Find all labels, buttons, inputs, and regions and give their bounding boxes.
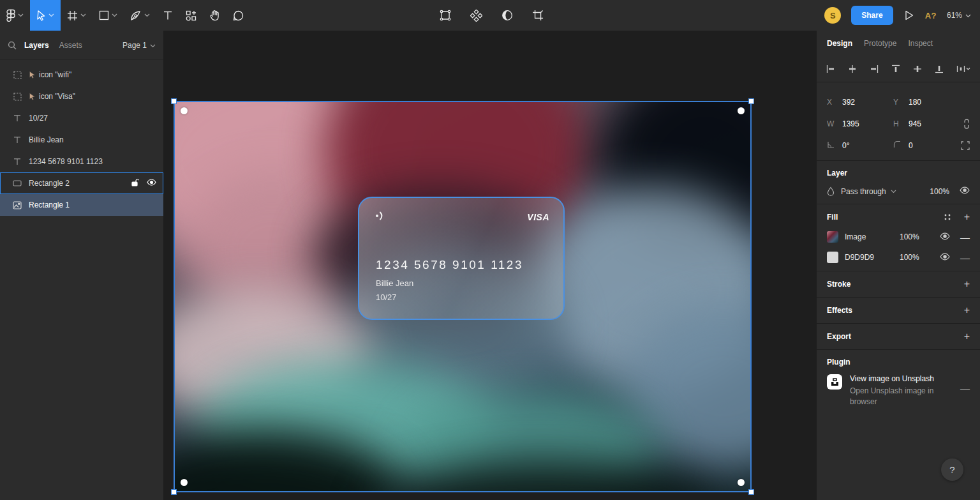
align-top-icon[interactable] <box>891 64 901 74</box>
layer-row-billie-jean[interactable]: Billie Jean <box>0 129 163 151</box>
layer-row-rectangle-2[interactable]: Rectangle 2 <box>0 172 163 194</box>
export-section-title: Export <box>827 332 851 341</box>
resources-button[interactable] <box>179 0 203 31</box>
add-export-button[interactable]: + <box>964 331 970 342</box>
x-field[interactable]: X 392 <box>827 98 893 107</box>
chevron-down-icon <box>144 13 150 17</box>
avatar[interactable]: S <box>824 7 841 24</box>
layer-row-icon-visa[interactable]: icon "Visa" <box>0 86 163 107</box>
edit-object-button[interactable] <box>437 0 454 31</box>
fill-opacity-value[interactable]: 100% <box>900 232 933 241</box>
play-icon <box>905 10 914 20</box>
card-holder-text[interactable]: Billie Jean <box>376 278 413 288</box>
missing-font-badge[interactable]: A? <box>925 11 937 20</box>
corner-radius-field[interactable]: 0 <box>893 140 960 151</box>
move-tool-icon <box>36 10 46 21</box>
unsplash-plugin-row[interactable]: View image on Unsplash Open Unsplash ima… <box>827 374 970 407</box>
main-menu-button[interactable] <box>0 0 30 31</box>
tab-inspect[interactable]: Inspect <box>908 39 933 48</box>
zoom-menu[interactable]: 61% <box>947 11 971 20</box>
layer-name: icon "Visa" <box>39 92 75 101</box>
fill-row-image[interactable]: Image 100% — <box>827 231 970 243</box>
crop-button[interactable] <box>530 0 546 31</box>
shape-tool-button[interactable] <box>93 0 124 31</box>
share-button[interactable]: Share <box>851 6 893 25</box>
card-number-text[interactable]: 1234 5678 9101 1123 <box>376 258 523 272</box>
remove-fill-icon[interactable]: — <box>960 232 970 243</box>
fill-opacity-value[interactable]: 100% <box>900 253 933 262</box>
eye-icon[interactable] <box>960 186 970 196</box>
layer-row-1027[interactable]: 10/27 <box>0 107 163 129</box>
chevron-down-icon <box>965 11 971 20</box>
text-layer-icon <box>12 158 22 165</box>
tab-design[interactable]: Design <box>827 39 852 48</box>
comment-icon <box>233 10 244 21</box>
color-fill-swatch[interactable] <box>827 252 838 263</box>
image-fill-thumbnail[interactable] <box>827 231 838 243</box>
remove-plugin-icon[interactable]: — <box>960 383 970 407</box>
card-expiry-text[interactable]: 10/27 <box>376 292 397 302</box>
independent-corners-icon[interactable] <box>961 141 970 150</box>
comment-tool-button[interactable] <box>226 0 250 31</box>
w-label: W <box>827 119 835 128</box>
plugin-action-label[interactable]: View image on Unsplash <box>850 374 951 383</box>
width-field[interactable]: W 1395 <box>827 119 893 128</box>
fill-row-color[interactable]: D9D9D9 100% — <box>827 252 970 263</box>
height-field[interactable]: H 945 <box>893 119 960 128</box>
shape-tool-icon <box>99 10 109 20</box>
eye-icon[interactable] <box>147 179 156 188</box>
align-bottom-icon[interactable] <box>934 64 944 74</box>
tab-layers[interactable]: Layers <box>24 41 49 50</box>
inspector-tabs: Design Prototype Inspect <box>817 31 980 56</box>
fill-styles-icon[interactable] <box>944 213 951 221</box>
layer-row-card-number[interactable]: 1234 5678 9101 1123 <box>0 151 163 172</box>
inspector-panel: Design Prototype Inspect X <box>817 31 980 500</box>
distribute-icon[interactable] <box>956 64 971 74</box>
move-tool-button[interactable] <box>30 0 61 31</box>
credit-card-rectangle-2[interactable]: VISA 1234 5678 9101 1123 Billie Jean 10/… <box>358 197 565 320</box>
layer-name: Rectangle 1 <box>29 201 70 209</box>
eye-icon[interactable] <box>940 232 950 242</box>
layers-panel-header: Layers Assets Page 1 <box>0 31 163 60</box>
layer-name: 1234 5678 9101 1123 <box>29 157 103 166</box>
plugin-section-title: Plugin <box>827 358 850 367</box>
hand-tool-button[interactable] <box>203 0 226 31</box>
add-fill-button[interactable]: + <box>964 212 970 222</box>
align-left-icon[interactable] <box>826 64 836 74</box>
tab-assets[interactable]: Assets <box>59 41 82 50</box>
pen-tool-button[interactable] <box>124 0 156 31</box>
rectangle-layer-icon <box>12 180 22 186</box>
blend-mode-select[interactable]: Pass through <box>841 187 896 196</box>
constrain-proportions-icon[interactable] <box>963 119 970 129</box>
remove-fill-icon[interactable]: — <box>960 252 970 263</box>
tab-prototype[interactable]: Prototype <box>864 39 896 48</box>
help-button[interactable]: ? <box>941 458 963 481</box>
fill-hex-label[interactable]: D9D9D9 <box>845 253 900 262</box>
add-effect-button[interactable]: + <box>964 305 970 315</box>
text-tool-button[interactable] <box>156 0 179 31</box>
layer-list: icon "wifi" icon "Visa" 10/27 Billie Jea… <box>0 60 163 216</box>
create-component-button[interactable] <box>468 0 485 31</box>
align-v-center-icon[interactable] <box>912 64 923 74</box>
align-right-icon[interactable] <box>869 64 879 74</box>
rotation-icon <box>827 140 835 151</box>
search-icon[interactable] <box>8 41 17 50</box>
align-h-center-icon[interactable] <box>847 64 858 74</box>
layer-opacity-field[interactable]: 100% <box>930 187 949 196</box>
mask-icon <box>501 10 513 21</box>
y-field[interactable]: Y 180 <box>893 98 960 107</box>
mask-button[interactable] <box>499 0 516 31</box>
canvas[interactable]: VISA 1234 5678 9101 1123 Billie Jean 10/… <box>163 31 817 500</box>
layer-row-icon-wifi[interactable]: icon "wifi" <box>0 64 163 86</box>
unlock-icon[interactable] <box>131 178 139 188</box>
add-stroke-button[interactable]: + <box>964 279 970 289</box>
eye-icon[interactable] <box>940 253 950 262</box>
frame-tool-button[interactable] <box>61 0 93 31</box>
frame-layer-icon <box>12 93 22 101</box>
layer-row-rectangle-1[interactable]: Rectangle 1 <box>0 194 163 216</box>
text-layer-icon <box>12 136 22 144</box>
page-selector[interactable]: Page 1 <box>122 41 156 50</box>
present-button[interactable] <box>903 0 915 31</box>
rotation-field[interactable]: 0° <box>827 140 893 151</box>
h-value: 945 <box>909 119 921 128</box>
